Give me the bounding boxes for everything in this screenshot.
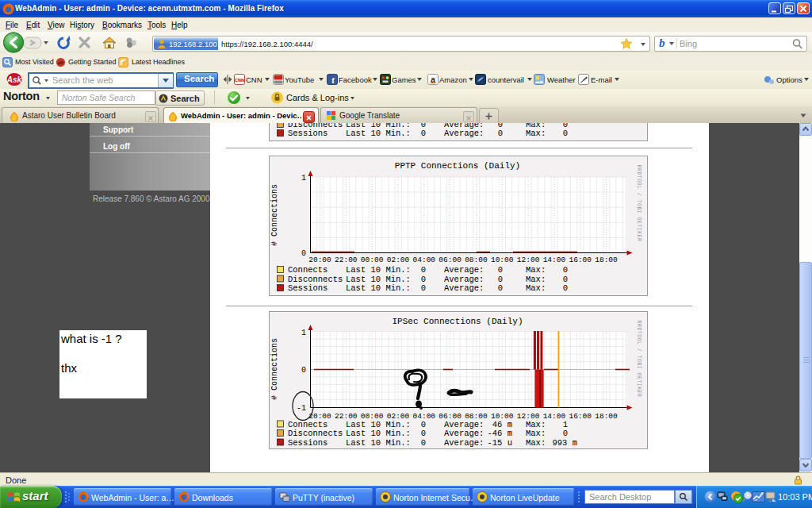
- svg-text:Ask: Ask: [6, 75, 22, 84]
- svg-text:CNN: CNN: [235, 78, 244, 83]
- svg-text:f: f: [331, 75, 335, 85]
